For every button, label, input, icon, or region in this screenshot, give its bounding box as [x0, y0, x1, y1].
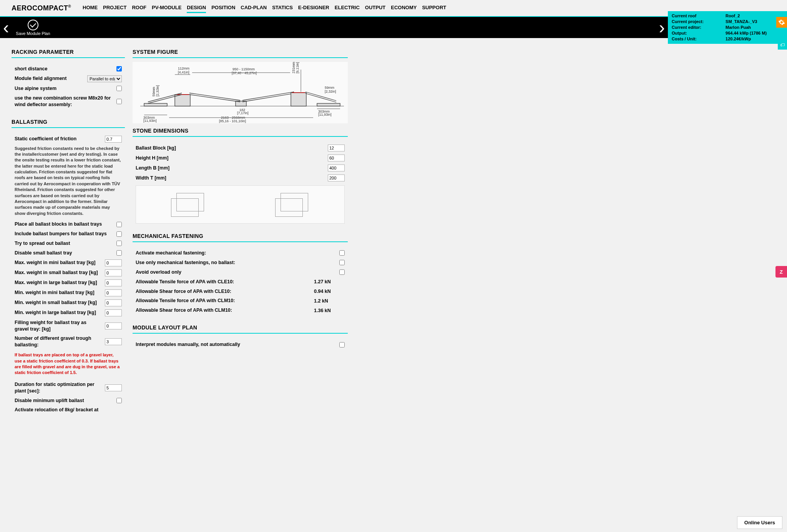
action-bar: ‹ Save Module Plan › Current roof Roof_2…: [0, 17, 787, 38]
disable-small-label: Disable small ballast tray: [15, 250, 113, 256]
nav-position[interactable]: POSITION: [211, 3, 235, 13]
short-distance-label: short distance: [15, 66, 113, 72]
info-editor-value: Marlon Puah: [726, 25, 783, 30]
settings-gear-icon[interactable]: [776, 17, 787, 28]
nav-e-designer[interactable]: E-DESIGNER: [298, 3, 329, 13]
short-distance-checkbox[interactable]: [116, 66, 122, 71]
svg-text:[2,32in]: [2,32in]: [156, 85, 159, 96]
nav-output[interactable]: OUTPUT: [365, 3, 385, 13]
disable-small-checkbox[interactable]: [116, 250, 122, 256]
spread-label: Try to spread out ballast: [15, 240, 113, 247]
info-editor-label: Current editor:: [672, 25, 720, 30]
stone-width-input[interactable]: [328, 175, 345, 181]
cube-icon: [171, 193, 206, 216]
nav-economy[interactable]: ECONOMY: [391, 3, 417, 13]
min-mini-label: Min. weight in mini ballast tray [kg]: [15, 289, 102, 296]
combo-screw-label: use the new combination screw M8x20 for …: [15, 95, 113, 108]
min-large-input[interactable]: [105, 309, 122, 316]
nav-home[interactable]: HOME: [83, 3, 98, 13]
trough-input[interactable]: [105, 338, 122, 345]
filling-input[interactable]: [105, 323, 122, 329]
svg-text:[85,16 - 101,10in]: [85,16 - 101,10in]: [219, 119, 246, 123]
shear-clm10-value: 1.36 kN: [314, 308, 345, 313]
tensile-cle10-label: Allowable Tensile force of APA with CLE1…: [136, 279, 311, 285]
mech-avoid-checkbox[interactable]: [339, 269, 345, 275]
disable-uplift-checkbox[interactable]: [116, 398, 122, 403]
nav-support[interactable]: SUPPORT: [422, 3, 446, 13]
svg-text:[37,40 - 45,27in]: [37,40 - 45,27in]: [232, 71, 257, 75]
nav-project[interactable]: PROJECT: [103, 3, 126, 13]
nav-design[interactable]: DESIGN: [187, 3, 206, 13]
combo-screw-checkbox[interactable]: [116, 99, 122, 104]
mech-only-checkbox[interactable]: [339, 260, 345, 265]
tag-icon[interactable]: 🏷: [778, 40, 787, 50]
min-mini-input[interactable]: [105, 289, 122, 296]
alpine-checkbox[interactable]: [116, 86, 122, 91]
svg-text:[7,17in]: [7,17in]: [237, 111, 249, 115]
place-trays-checkbox[interactable]: [116, 222, 122, 227]
save-module-plan-button[interactable]: Save Module Plan: [12, 20, 54, 36]
info-roof-label: Current roof: [672, 13, 720, 19]
friction-input[interactable]: [105, 136, 122, 143]
shear-cle10-label: Allowable Shear force of APA with CLE10:: [136, 288, 311, 295]
min-large-label: Min. weight in large ballast tray [kg]: [15, 309, 102, 316]
friction-label: Static coefficient of friction: [15, 136, 102, 142]
alignment-select[interactable]: Parallel to edge: [87, 75, 122, 82]
max-large-input[interactable]: [105, 279, 122, 286]
mech-activate-checkbox[interactable]: [339, 250, 345, 256]
svg-text:231mm: 231mm: [292, 62, 296, 73]
stone-figure: [136, 185, 345, 224]
svg-line-8: [189, 93, 240, 100]
system-figure: 112mm [4,41in] 950 - 1150mm [37,40 - 45,…: [133, 62, 348, 125]
min-small-input[interactable]: [105, 299, 122, 306]
mech-only-label: Use only mechanical fastenings, no balla…: [136, 259, 336, 266]
nav-pv-module[interactable]: PV-MODULE: [152, 3, 181, 13]
stone-height-input[interactable]: [328, 155, 345, 161]
trough-label: Number of different gravel trough ballas…: [15, 335, 102, 348]
duration-input[interactable]: [105, 384, 122, 391]
project-info-panel: Current roof Roof_2 Current project: SM_…: [668, 11, 787, 43]
svg-text:[11,93in]: [11,93in]: [143, 119, 157, 123]
alpine-label: Use alpine system: [15, 85, 113, 92]
info-project-label: Current project:: [672, 19, 720, 25]
include-bumpers-label: Include ballast bumpers for ballast tray…: [15, 231, 113, 237]
spread-checkbox[interactable]: [116, 241, 122, 246]
max-small-input[interactable]: [105, 269, 122, 276]
nav-cad-plan[interactable]: CAD-PLAN: [241, 3, 267, 13]
svg-text:[9,11in]: [9,11in]: [296, 62, 299, 73]
nav-roof[interactable]: ROOF: [132, 3, 146, 13]
mech-title: MECHANICAL FASTENING: [133, 233, 348, 242]
nav: HOMEPROJECTROOFPV-MODULEDESIGNPOSITIONCA…: [83, 3, 446, 13]
z-icon[interactable]: Z: [775, 266, 787, 278]
filling-label: Filling weight for ballast tray as grave…: [15, 319, 102, 332]
svg-text:59mm: 59mm: [152, 87, 156, 96]
relocation-label: Activate relocation of 8kg/ bracket at: [15, 407, 122, 413]
nav-electric[interactable]: ELECTRIC: [335, 3, 360, 13]
brand-logo: AEROCOMPACT®: [12, 4, 71, 12]
tensile-cle10-value: 1.27 kN: [314, 279, 345, 284]
mech-avoid-label: Avoid overload only: [136, 269, 336, 276]
prev-arrow[interactable]: ‹: [0, 17, 12, 38]
save-label: Save Module Plan: [16, 31, 50, 36]
min-small-label: Min. weight in small ballast tray [kg]: [15, 299, 102, 306]
svg-rect-1: [144, 103, 167, 106]
next-arrow[interactable]: ›: [656, 17, 668, 38]
stone-length-label: Length B [mm]: [136, 165, 325, 171]
svg-text:[2,32in]: [2,32in]: [325, 90, 336, 93]
stone-length-input[interactable]: [328, 165, 345, 171]
max-small-label: Max. weight in small ballast tray [kg]: [15, 269, 102, 276]
main-content: RACKING PARAMETER short distance Module …: [0, 38, 787, 429]
ballast-block-input[interactable]: [328, 145, 345, 151]
racking-title: RACKING PARAMETER: [12, 49, 125, 58]
svg-text:[4,41in]: [4,41in]: [178, 70, 189, 74]
ballast-block-label: Ballast Block [kg]: [136, 145, 325, 151]
disable-uplift-label: Disable minimum uplift ballast: [15, 397, 113, 404]
info-cost-value: 120.24€/kWp: [726, 36, 783, 42]
gravel-warning: If ballast trays are placed on top of a …: [15, 350, 122, 380]
include-bumpers-checkbox[interactable]: [116, 231, 122, 237]
max-mini-input[interactable]: [105, 259, 122, 266]
svg-text:59mm: 59mm: [325, 86, 334, 90]
nav-statics[interactable]: STATICS: [272, 3, 293, 13]
interpret-checkbox[interactable]: [339, 342, 345, 347]
svg-line-7: [189, 95, 240, 102]
